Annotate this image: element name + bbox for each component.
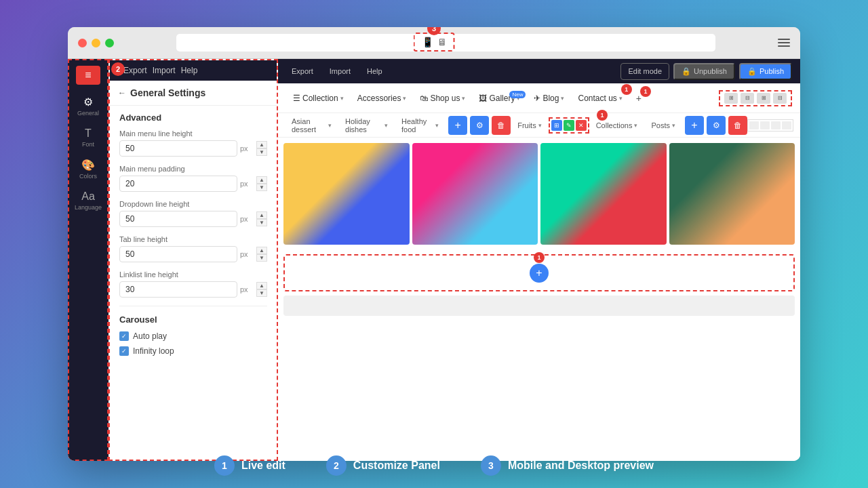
sidebar-icons: ≡ ⚙ General T Font 🎨 Colors Aa Language: [68, 59, 108, 461]
subnav-gear-button[interactable]: ⚙: [470, 116, 489, 135]
traffic-light-green[interactable]: [105, 39, 114, 47]
nav-icon-1[interactable]: ⊞: [724, 93, 738, 104]
export-button[interactable]: Export: [123, 66, 147, 75]
help-button[interactable]: Help: [181, 66, 198, 75]
gallery-icon: 🖼: [479, 94, 487, 103]
layout-icon-3[interactable]: [771, 121, 781, 129]
nav-item-shopus[interactable]: 🛍 Shop us ▾: [413, 88, 472, 108]
input-linklist-line-height[interactable]: [119, 281, 237, 298]
spinners-main-menu-padding: ▲ ▼: [256, 176, 267, 191]
sub-nav-holiday-dishes[interactable]: Holiday dishes ▾: [338, 113, 395, 138]
unpublish-button[interactable]: 🔒 Unpublish: [673, 63, 735, 80]
carousel-section-title: Carousel: [119, 314, 267, 325]
spinner-up-2[interactable]: ▲: [256, 176, 267, 184]
input-tab-line-height[interactable]: [119, 246, 237, 262]
nav-item-blog[interactable]: ✈ Blog ▾: [527, 88, 571, 108]
nav-item-collection[interactable]: ☰ Collection ▾: [286, 88, 351, 108]
browser-window: 3 📱 🖥 ≡ ⚙ General T Font 🎨 Co: [68, 27, 800, 461]
desktop-preview-icon[interactable]: 🖥: [437, 37, 447, 47]
spinner-up-5[interactable]: ▲: [256, 282, 267, 289]
nav-item-gallery[interactable]: 🖼 Gallery ▾ New: [472, 88, 527, 108]
spinner-down-4[interactable]: ▼: [256, 254, 267, 262]
spinner-up[interactable]: ▲: [256, 141, 267, 148]
sidebar-item-general[interactable]: ⚙ General: [77, 96, 99, 117]
panel-title-section: ← General Settings: [110, 81, 277, 106]
nav-icon-3[interactable]: ⊞: [757, 93, 770, 104]
nav-item-contactus[interactable]: 1 Contact us ▾: [571, 88, 629, 108]
add-section: 1 +: [283, 254, 795, 291]
add-section-plus-button[interactable]: +: [530, 264, 549, 283]
sidebar-logo[interactable]: ≡: [76, 66, 100, 85]
spinner-down-5[interactable]: ▼: [256, 289, 267, 297]
nav-item-accessories[interactable]: Accessories ▾: [351, 88, 414, 108]
traffic-light-yellow[interactable]: [92, 39, 100, 47]
layout-icon-1[interactable]: [749, 121, 759, 129]
spinner-down[interactable]: ▼: [256, 148, 267, 156]
nav-icons-right: ⊞ ⊟ ⊞ ⊟: [719, 90, 792, 106]
spinner-up-3[interactable]: ▲: [256, 211, 267, 219]
help-toolbar-button[interactable]: Help: [361, 64, 388, 78]
edit-icon-grid[interactable]: ⊞: [551, 120, 562, 131]
panel-content: Advanced Main menu line height px ▲ ▼: [110, 106, 277, 460]
spinner-down-2[interactable]: ▼: [256, 184, 267, 191]
unit-tab-line-height: px: [240, 250, 254, 258]
sidebar-item-language[interactable]: Aa Language: [75, 190, 102, 211]
subnav-gear-button-2[interactable]: ⚙: [707, 116, 726, 135]
import-button[interactable]: Import: [153, 66, 176, 75]
subnav-add-button[interactable]: +: [448, 116, 467, 135]
spinner-up-4[interactable]: ▲: [256, 247, 267, 254]
field-label-main-menu-line-height: Main menu line height: [119, 129, 267, 138]
blog-chevron: ▾: [561, 95, 564, 102]
input-dropdown-line-height[interactable]: [119, 211, 237, 227]
sub-nav-fruits[interactable]: Fruits ▾: [511, 117, 549, 134]
sub-nav: 1 Asian dessert ▾ Holiday dishes ▾ Healt…: [278, 113, 800, 138]
subnav-add-button-2[interactable]: +: [685, 116, 704, 135]
back-arrow-icon[interactable]: ←: [118, 88, 126, 98]
gallery-item-3[interactable]: [540, 143, 667, 245]
field-label-linklist-line-height: Linklist line height: [119, 270, 267, 279]
edit-icon-delete[interactable]: ✕: [576, 120, 587, 131]
sub-nav-posts[interactable]: Posts ▾: [644, 117, 682, 134]
sidebar-label-colors: Colors: [79, 173, 97, 180]
hamburger-menu[interactable]: [778, 39, 790, 47]
autoplay-checkbox[interactable]: ✓: [119, 331, 129, 341]
sidebar-item-colors[interactable]: 🎨 Colors: [79, 159, 97, 180]
edit-icon-edit[interactable]: ✎: [564, 120, 574, 131]
sub-nav-healthy-food[interactable]: Healthy food ▾: [395, 113, 446, 138]
edit-mode-button[interactable]: Edit mode: [620, 63, 669, 80]
export-toolbar-button[interactable]: Export: [286, 64, 319, 78]
label-text-preview: Mobile and Desktop preview: [508, 460, 654, 472]
autoplay-row: ✓ Auto play: [119, 331, 267, 341]
input-main-menu-line-height[interactable]: [119, 140, 237, 157]
sidebar-item-font[interactable]: T Font: [82, 127, 94, 148]
input-main-menu-padding[interactable]: [119, 176, 237, 192]
toolbar-right: Edit mode 🔒 Unpublish 🔒 Publish: [620, 63, 792, 80]
subnav-trash-button-2[interactable]: 🗑: [728, 116, 747, 135]
subnav-trash-button[interactable]: 🗑: [492, 116, 511, 135]
spinner-down-3[interactable]: ▼: [256, 219, 267, 226]
field-main-menu-line-height: Main menu line height px ▲ ▼: [119, 129, 267, 157]
field-main-menu-padding: Main menu padding px ▲ ▼: [119, 165, 267, 192]
traffic-lights: [78, 39, 114, 47]
infinity-loop-checkbox[interactable]: ✓: [119, 346, 129, 356]
publish-button[interactable]: 🔒 Publish: [739, 63, 792, 80]
gallery-item-2[interactable]: [412, 143, 538, 245]
label-item-3: 3 Mobile and Desktop preview: [481, 455, 654, 476]
nav-icon-4[interactable]: ⊟: [773, 93, 787, 104]
gallery-item-4[interactable]: [669, 143, 795, 245]
infinity-loop-label: Infinity loop: [133, 346, 174, 356]
mobile-preview-icon[interactable]: 📱: [422, 37, 433, 47]
general-icon: ⚙: [83, 96, 93, 108]
nav-icon-2[interactable]: ⊟: [741, 93, 754, 104]
traffic-light-red[interactable]: [78, 39, 87, 47]
layout-icon-4[interactable]: [782, 121, 791, 129]
import-toolbar-button[interactable]: Import: [324, 64, 356, 78]
customize-panel: 2 Export Import Help ← General Settings …: [108, 59, 278, 461]
label-num-3: 3: [481, 455, 501, 476]
sub-nav-asian-dessert[interactable]: Asian dessert ▾: [285, 113, 338, 138]
blog-icon: ✈: [534, 94, 540, 103]
panel-topbar: 2 Export Import Help: [110, 60, 277, 81]
sidebar-label-font: Font: [82, 141, 94, 148]
gallery-item-1[interactable]: [283, 143, 410, 245]
layout-icon-2[interactable]: [760, 121, 770, 129]
